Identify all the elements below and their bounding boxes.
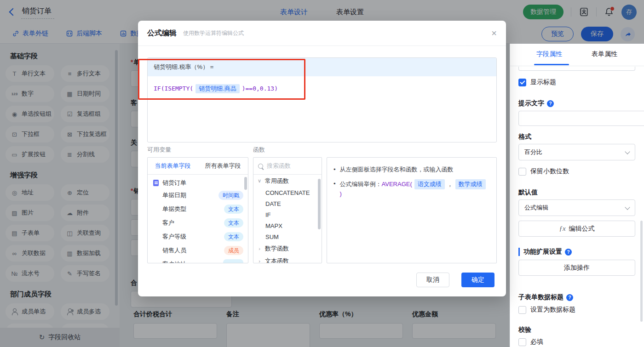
help-icon[interactable]: ? [566, 294, 573, 301]
function-group-label: 文本函数 [265, 257, 289, 264]
variable-row[interactable]: 销售人员成员 [148, 244, 248, 257]
format-value: 百分比 [524, 148, 542, 156]
functions-list: ∨常用函数CONCATENATEDATEIFMAPXSUM›数学函数›文本函数 [253, 175, 322, 263]
function-group[interactable]: ∨常用函数 [253, 175, 322, 187]
tip-line: • 从左侧面板选择字段名和函数，或输入函数 [334, 165, 490, 174]
function-group[interactable]: ›数学函数 [253, 242, 322, 255]
variable-type-badge: 文本 [224, 232, 243, 241]
function-search[interactable]: 搜索函数 [253, 158, 322, 175]
variables-list: 单据日期时间戳单据类型文本客户文本客户等级文本销售人员成员客户地址文本 [148, 188, 248, 263]
set-data-title-checkbox[interactable] [518, 306, 526, 314]
tip-text: 从左侧面板选择字段名和函数，或输入函数 [340, 165, 454, 174]
set-data-title-label: 设置为数据标题 [530, 306, 575, 314]
modal-subtitle: 使用数学运算符编辑公式 [183, 29, 244, 37]
variable-name: 销售人员 [162, 246, 186, 255]
bullet: • [334, 165, 336, 174]
formula-field-chip[interactable]: 销货明细.商品 [196, 84, 240, 93]
tab-field-properties[interactable]: 字段属性 [536, 50, 562, 58]
tab-form-properties[interactable]: 表单属性 [592, 50, 617, 58]
tab-all-form-fields[interactable]: 所有表单字段 [198, 162, 248, 170]
variable-type-badge: 成员 [224, 246, 243, 255]
formula-target-line: 销货明细.税率（%） = [148, 58, 496, 76]
show-title-checkbox[interactable] [518, 79, 526, 86]
formula-target-text: 销货明细.税率（%） = [154, 63, 213, 71]
default-value-label: 默认值 [518, 188, 635, 197]
variable-name: 客户地址 [162, 260, 186, 263]
function-item[interactable]: DATE [253, 198, 322, 209]
variable-row[interactable]: 单据类型文本 [148, 202, 248, 216]
help-icon[interactable]: ? [565, 249, 572, 256]
variable-name: 单据日期 [162, 191, 186, 199]
edit-formula-button[interactable]: ƒx 编辑公式 [518, 221, 635, 237]
formula-pre: IF(ISEMPTY( [154, 85, 193, 92]
validation-label: 校验 [518, 326, 635, 334]
function-group-label: 数学函数 [265, 245, 289, 253]
chevron-down-icon [625, 149, 630, 154]
variable-row[interactable]: 客户文本 [148, 216, 248, 230]
chevron-collapsed-icon: › [257, 258, 262, 264]
title-input-cutoff[interactable] [518, 67, 635, 71]
inspector-panel: 字段属性 表单属性 显示标题 提示文字? 格式 百分比 保留小数位数 默认值 公… [510, 44, 644, 347]
modal-title: 公式编辑 [147, 28, 177, 38]
show-title-label: 显示标题 [530, 78, 556, 86]
edit-formula-label: 编辑公式 [569, 225, 595, 233]
function-item[interactable]: MAPX [253, 220, 322, 231]
function-group[interactable]: ›文本函数 [253, 255, 322, 263]
function-group-label: 常用函数 [265, 177, 289, 185]
edit-formula-row: ƒx 编辑公式 [518, 221, 635, 237]
close-icon[interactable]: × [491, 28, 497, 38]
formula-editor-modal: 公式编辑 使用数学运算符编辑公式 × 销货明细.税率（%） = IF(ISEMP… [138, 21, 506, 296]
search-icon [258, 164, 263, 169]
chevron-collapsed-icon: › [257, 246, 262, 251]
tab-current-form-fields[interactable]: 当前表单字段 [148, 162, 198, 170]
formula-post: )==0,0.13) [242, 85, 278, 92]
extension-settings-header: 功能扩展设置? [518, 248, 635, 256]
chevron-expanded-icon: ∨ [257, 178, 262, 184]
format-select[interactable]: 百分比 [518, 144, 635, 160]
badge-cutoff [223, 259, 243, 263]
subform-data-title-header: 子表单数据标题? [518, 293, 635, 301]
tips-panel: • 从左侧面板选择字段名和函数，或输入函数 • 公式编辑举例：AVERAGE(语… [327, 157, 497, 263]
variable-name: 客户 [162, 219, 174, 227]
functions-label: 函数 [253, 146, 265, 154]
tab-active-indicator [534, 64, 569, 65]
cancel-button[interactable]: 取消 [416, 273, 449, 287]
confirm-button[interactable]: 确定 [461, 273, 494, 287]
add-action-row: 添加操作 [518, 260, 635, 276]
set-data-title-row: 设置为数据标题 [518, 306, 635, 314]
search-placeholder: 搜索函数 [267, 162, 291, 170]
default-value: 公式编辑 [524, 204, 548, 212]
tip-line-example: • 公式编辑举例：AVERAGE(语文成绩，数学成绩) [334, 179, 490, 199]
function-item[interactable]: CONCATENATE [253, 187, 322, 198]
default-value-select[interactable]: 公式编辑 [518, 199, 635, 216]
variable-row[interactable]: 单据日期时间戳 [148, 188, 248, 202]
required-label: 必填 [530, 338, 543, 346]
keep-decimal-checkbox[interactable] [518, 168, 526, 176]
hint-text-input[interactable] [518, 111, 644, 126]
variables-panel: 当前表单字段 所有表单字段 销货订单 单据日期时间戳单据类型文本客户文本客户等级… [147, 157, 248, 263]
keep-decimal-label: 保留小数位数 [530, 167, 569, 176]
function-item[interactable]: IF [253, 209, 322, 220]
variables-tabs: 当前表单字段 所有表单字段 [148, 158, 248, 175]
formula-expression[interactable]: IF(ISEMPTY(销货明细.商品)==0,0.13) [148, 76, 496, 101]
variables-tree-root[interactable]: 销货订单 [148, 175, 248, 188]
fx-icon: ƒx [559, 225, 565, 233]
add-action-button[interactable]: 添加操作 [518, 260, 635, 276]
inspector-scrollbar[interactable] [640, 221, 643, 322]
form-doc-icon [153, 180, 159, 186]
functions-panel: 搜索函数 ∨常用函数CONCATENATEDATEIFMAPXSUM›数学函数›… [253, 157, 322, 263]
form-root-label: 销货订单 [162, 179, 186, 187]
hint-text-label: 提示文字? [518, 99, 635, 108]
variable-row[interactable]: 客户等级文本 [148, 230, 248, 244]
functions-scrollbar[interactable] [318, 179, 321, 229]
chevron-down-icon [625, 205, 630, 210]
add-action-label: 添加操作 [564, 264, 590, 272]
required-checkbox[interactable] [518, 338, 526, 346]
variables-scrollbar[interactable] [244, 177, 247, 190]
help-icon[interactable]: ? [547, 100, 554, 107]
variable-name: 单据类型 [162, 205, 186, 213]
formula-editor-area[interactable]: 销货明细.税率（%） = IF(ISEMPTY(销货明细.商品)==0,0.13… [147, 57, 497, 142]
modal-footer: 取消 确定 [416, 273, 494, 287]
function-item[interactable]: SUM [253, 231, 322, 242]
variables-label: 可用变量 [147, 146, 171, 154]
